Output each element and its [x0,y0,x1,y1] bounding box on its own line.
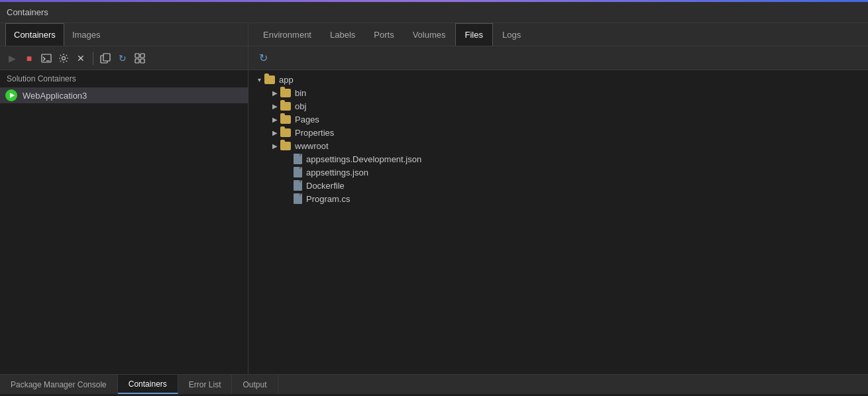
file-tree: ▾ app ▶ bin ▶ obj ▶ [248,70,868,374]
play-button[interactable]: ▶ [4,50,20,66]
right-tab-bar: Environment Labels Ports Volumes Files L… [248,23,868,46]
tab-files[interactable]: Files [455,23,493,46]
svg-rect-7 [135,59,139,63]
refresh-button[interactable]: ↻ [255,50,271,66]
chevron-right-icon: ▶ [270,140,280,151]
svg-rect-8 [140,59,144,63]
folder-icon [280,102,291,111]
svg-rect-6 [140,54,144,58]
tab-containers-left[interactable]: Containers [5,23,64,46]
file-label: Dockerfile [306,181,345,191]
chevron-right-icon: ▶ [270,114,280,124]
file-label: app [279,75,294,85]
toolbar-separator-1 [93,52,93,65]
folder-icon [264,75,275,84]
tab-labels[interactable]: Labels [321,23,364,46]
file-icon [294,180,302,191]
tab-logs[interactable]: Logs [493,23,530,46]
file-node-programcs[interactable]: ▶ Program.cs [248,192,868,205]
svg-rect-4 [103,54,110,61]
file-label: obj [295,101,306,111]
bottom-tab-bar: Package Manager Console Containers Error… [0,374,868,394]
bottom-tab-error-list[interactable]: Error List [178,375,233,394]
left-tab-bar: Containers Images [0,23,248,46]
svg-point-2 [62,56,66,60]
terminal-button[interactable] [38,50,54,66]
container-label: WebApplication3 [23,91,87,101]
bottom-tab-pkg-manager[interactable]: Package Manager Console [0,375,118,394]
attach-button[interactable] [132,50,148,66]
copy-button[interactable] [97,50,113,66]
bottom-tab-containers[interactable]: Containers [118,375,178,394]
chevron-right-icon: ▶ [270,87,280,98]
bottom-tab-output[interactable]: Output [232,375,278,394]
delete-button[interactable]: ✕ [73,50,89,66]
folder-icon [280,142,291,150]
right-toolbar: ↻ [248,46,868,70]
folder-icon [280,128,291,137]
file-label: bin [295,88,306,98]
file-icon [294,193,302,204]
chevron-right-icon: ▶ [270,127,280,138]
file-node-wwwroot[interactable]: ▶ wwwroot [248,139,868,152]
left-toolbar: ▶ ■ ✕ [0,46,248,70]
left-panel: Containers Images ▶ ■ [0,23,248,374]
container-item-webapp3[interactable]: WebApplication3 [0,87,248,103]
file-node-app[interactable]: ▾ app [248,73,868,86]
chevron-down-icon: ▾ [254,74,264,85]
solution-containers-label: Solution Containers [0,70,248,87]
settings-button[interactable] [56,50,72,66]
file-node-appsettings-dev[interactable]: ▶ appsettings.Development.json [248,152,868,166]
file-label: Program.cs [306,194,350,204]
restart-button[interactable]: ↻ [115,50,131,66]
tab-ports[interactable]: Ports [364,23,403,46]
folder-icon [280,115,291,124]
file-node-dockerfile[interactable]: ▶ Dockerfile [248,179,868,192]
file-node-obj[interactable]: ▶ obj [248,99,868,113]
right-panel: Environment Labels Ports Volumes Files L… [248,23,868,374]
tab-volumes[interactable]: Volumes [404,23,455,46]
tab-environment[interactable]: Environment [254,23,321,46]
title-bar: Containers [0,2,868,23]
tab-images[interactable]: Images [64,23,109,46]
file-node-bin[interactable]: ▶ bin [248,86,868,99]
chevron-right-icon: ▶ [270,101,280,111]
folder-icon [280,89,291,97]
file-label: Properties [295,128,334,138]
file-label: appsettings.Development.json [306,154,421,164]
file-label: Pages [295,115,319,124]
file-node-properties[interactable]: ▶ Properties [248,126,868,139]
file-node-appsettings[interactable]: ▶ appsettings.json [248,166,868,179]
file-node-pages[interactable]: ▶ Pages [248,113,868,126]
running-status-icon [5,89,17,101]
file-label: appsettings.json [306,168,368,177]
file-label: wwwroot [295,141,329,151]
file-icon [294,154,302,164]
file-icon [294,167,302,177]
svg-rect-5 [135,54,139,58]
stop-button[interactable]: ■ [21,50,37,66]
title-label: Containers [7,7,48,17]
